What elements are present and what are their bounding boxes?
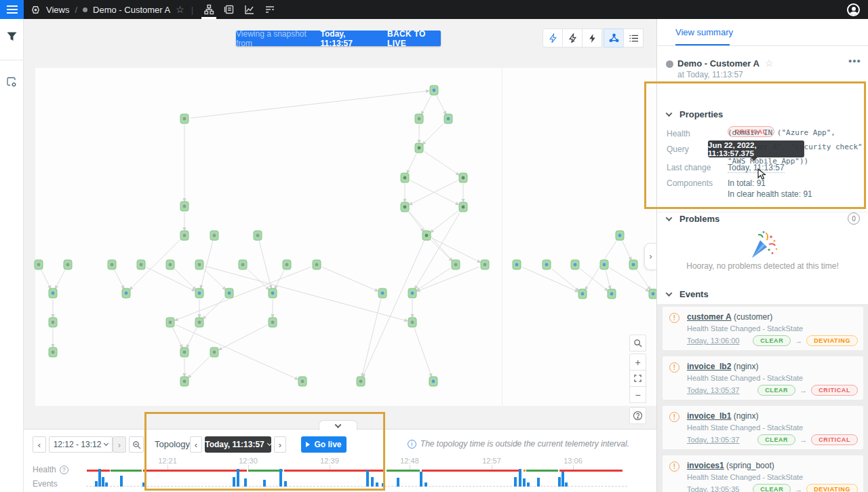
help-circle-icon[interactable]: ? [60, 466, 68, 474]
event-time-link[interactable]: Today, 13:05:35 [687, 485, 739, 492]
zoom-out-icon[interactable]: − [629, 386, 646, 403]
hamburger-menu-icon[interactable] [0, 0, 24, 19]
events-view-icon[interactable] [219, 0, 239, 19]
go-live-label: Go live [314, 440, 341, 449]
favorite-star-icon[interactable]: ☆ [176, 4, 184, 15]
list-mode-icon[interactable] [623, 29, 644, 48]
section-problems[interactable]: Problems [667, 214, 719, 224]
problems-filled-icon[interactable] [582, 29, 602, 48]
graph-edge [56, 270, 65, 286]
topology-time-pill[interactable]: Today, 11:13:57 [205, 436, 271, 453]
problems-icon[interactable] [562, 29, 583, 48]
time-range-value: 12:12 - 13:12 [54, 440, 102, 449]
topology-mode-icon[interactable] [604, 29, 624, 48]
graph-edge [437, 96, 445, 112]
topology-time-prev-button[interactable]: ‹ [190, 436, 202, 453]
traces-view-icon[interactable] [260, 0, 280, 19]
last-change-value[interactable]: Today, 11:13:57 [728, 163, 785, 173]
graph-node-icon [140, 263, 143, 267]
zoom-in-icon[interactable]: + [629, 354, 646, 371]
graph-node-icon [411, 292, 414, 295]
problems-outline-icon[interactable] [542, 29, 563, 48]
app-header: Views / Demo - Customer A ☆ | [0, 0, 868, 19]
event-state-change: CLEAR → DEVIATING [753, 484, 858, 492]
event-time-link[interactable]: Today, 13:05:37 [687, 386, 739, 394]
fit-to-screen-icon[interactable] [629, 370, 646, 387]
breadcrumb-section[interactable]: Views [46, 5, 69, 15]
graph-node-icon [462, 176, 465, 180]
topology-view-icon[interactable] [199, 0, 219, 19]
event-count-bar [95, 481, 98, 487]
section-properties-title: Properties [679, 109, 723, 119]
chevron-down-icon [104, 441, 108, 446]
graph-node-icon [418, 147, 421, 150]
search-canvas-icon[interactable] [629, 335, 646, 352]
event-name-link[interactable]: invoices1 [687, 461, 724, 470]
snapshot-banner-time[interactable]: Today, 11:13:57 [321, 29, 374, 48]
graph-edge-arrow [426, 90, 430, 93]
timeline-tick-label: 12:21 [158, 457, 177, 465]
graph-node-icon [183, 205, 186, 208]
graph-edge [424, 151, 456, 174]
breadcrumb-separator: / [75, 5, 77, 15]
chevron-down-icon [666, 290, 673, 297]
event-count-bar [244, 478, 247, 487]
help-icon[interactable] [629, 407, 646, 424]
event-time-link[interactable]: Today, 13:05:37 [687, 436, 739, 444]
event-name: customer A (customer) [687, 312, 772, 322]
state-from-badge: CLEAR [753, 335, 791, 346]
state-to-badge: DEVIATING [806, 484, 858, 492]
graph-node-icon [198, 263, 201, 267]
range-prev-button[interactable]: ‹ [33, 436, 46, 453]
section-properties[interactable]: Properties [667, 109, 723, 119]
graph-node-icon [241, 263, 245, 267]
graph-node-icon [581, 292, 585, 296]
user-avatar-icon[interactable] [847, 3, 860, 16]
go-live-button[interactable]: Go live [301, 436, 347, 453]
event-warning-icon: ! [669, 412, 679, 422]
panel-expand-chevron-icon[interactable]: › [644, 243, 656, 270]
tab-view-summary[interactable]: View summary [675, 27, 733, 37]
kebab-menu-icon[interactable]: ••• [848, 55, 861, 67]
event-detail-row: Today, 13:05:37 CLEAR → CRITICAL [687, 434, 858, 445]
state-from-badge: CLEAR [757, 385, 795, 396]
graph-edge [580, 269, 606, 290]
graph-node-icon [652, 292, 655, 296]
topology-time-value: Today, 11:13:57 [205, 440, 264, 449]
back-to-live-button[interactable]: BACK TO LIVE [387, 29, 441, 48]
event-count-bar [105, 482, 108, 487]
health-segment-clear [526, 470, 558, 472]
health-segment-critical [422, 470, 521, 472]
event-detail-row: Today, 13:05:37 CLEAR → CRITICAL [687, 385, 858, 396]
breadcrumb-view-name[interactable]: Demo - Customer A [93, 5, 170, 15]
graph-edge [191, 91, 427, 118]
graph-node-icon [315, 263, 319, 267]
view-settings-icon[interactable] [0, 69, 23, 96]
timeline-panel: ‹ 12:12 - 13:12 › Topology ‹ Today, 11:1… [24, 429, 656, 492]
section-events[interactable]: Events [667, 289, 709, 299]
event-name-link[interactable]: invoice_lb1 [687, 411, 731, 421]
graph-edge [610, 268, 647, 290]
timeline-collapse-tab[interactable] [319, 420, 357, 430]
view-summary-panel: View summary Demo - Customer A ☆ ••• at … [656, 19, 868, 492]
event-meta: Health State Changed - StackState [687, 324, 803, 333]
event-count-bar [237, 469, 239, 487]
graph-node-icon [618, 234, 622, 238]
graph-node-icon [183, 351, 186, 354]
breadcrumb-divider: | [191, 5, 193, 15]
event-time-link[interactable]: Today, 13:06:00 [687, 337, 739, 345]
play-icon [306, 442, 310, 447]
event-name-link[interactable]: invoice_lb2 [687, 362, 731, 371]
time-range-select[interactable]: 12:12 - 13:12 [49, 436, 113, 453]
topology-time-next-button[interactable]: › [274, 436, 286, 453]
event-name-link[interactable]: customer A [687, 312, 732, 322]
range-zoom-out-icon[interactable] [129, 436, 144, 453]
range-next-button[interactable]: › [113, 436, 126, 453]
filter-funnel-icon[interactable] [0, 23, 23, 50]
favorite-star-icon[interactable]: ☆ [765, 58, 774, 69]
section-events-title: Events [679, 289, 709, 299]
components-clear: In clear health state: 91 [728, 189, 812, 199]
graph-edge [522, 267, 576, 291]
telemetry-view-icon[interactable] [239, 0, 260, 19]
arrow-right-icon: → [795, 337, 802, 345]
